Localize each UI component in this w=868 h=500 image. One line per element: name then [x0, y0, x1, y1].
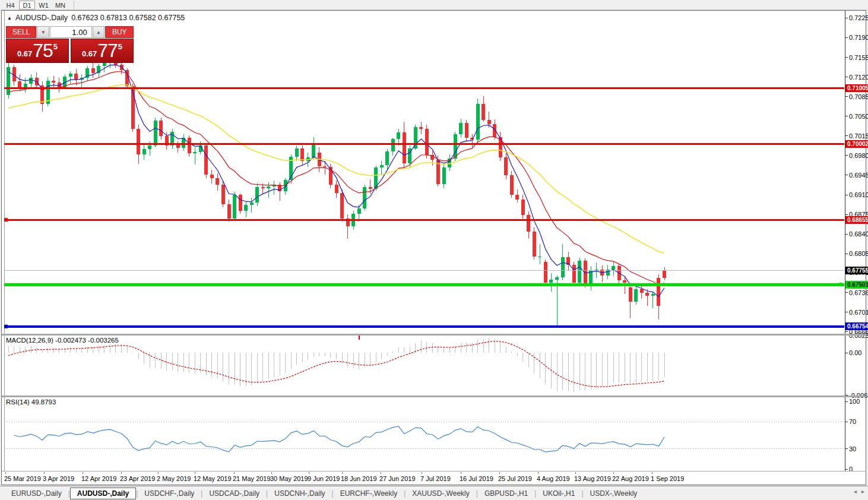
- chart-ohlc-values: 0.67623 0.67813 0.67582 0.67755: [71, 14, 185, 22]
- candle-body: [340, 193, 344, 219]
- collapse-arrow-icon[interactable]: ▲: [7, 15, 12, 21]
- price-axis-tick: 0.71200: [849, 74, 868, 81]
- candle-body: [459, 123, 462, 134]
- timeframe-button-d1[interactable]: D1: [19, 1, 35, 10]
- candle-body: [623, 280, 626, 283]
- candle-body: [549, 280, 553, 283]
- timeframe-button-h4[interactable]: H4: [2, 1, 18, 10]
- candle-body: [69, 74, 72, 77]
- chart-tab-ukoil[interactable]: UKOil-,H1: [536, 488, 581, 499]
- current-price-tag: 0.67755: [845, 267, 868, 274]
- chart-canvas[interactable]: [0, 0, 868, 500]
- price-axis-tick: 0.70500: [849, 113, 868, 120]
- time-axis-tick: [575, 472, 576, 474]
- candle-body: [561, 257, 565, 277]
- mt-terminal: H4D1W1MN ▲ AUDUSD-,Daily 0.67623 0.67813…: [0, 0, 868, 500]
- time-axis-tick: [234, 472, 235, 474]
- candle-body: [52, 81, 55, 83]
- volume-decrease-button[interactable]: ▼: [37, 26, 49, 38]
- panel-splitter[interactable]: [2, 334, 866, 336]
- main-chart-area[interactable]: [4, 57, 844, 328]
- chart-tab-xauusd[interactable]: XAUUSD-,Weekly: [406, 488, 476, 499]
- time-axis-tick: [121, 472, 122, 474]
- candle-body: [544, 262, 547, 282]
- candle-body: [465, 123, 468, 138]
- price-axis-tick: 0.67360: [849, 289, 868, 296]
- time-axis-tick: [195, 472, 195, 474]
- price-axis-tick: 0.71900: [849, 34, 868, 41]
- moving-average-line: [8, 85, 664, 253]
- volume-increase-button[interactable]: ▲: [93, 26, 105, 38]
- level-price-tag: 0.66754: [845, 322, 868, 330]
- candle-body: [159, 121, 163, 136]
- time-axis-label: 25 Mar 2019: [4, 475, 41, 482]
- sell-price-sup: 5: [53, 42, 58, 51]
- hline-handle[interactable]: [4, 218, 8, 221]
- candle-body: [148, 145, 151, 149]
- tab-scroll-left-icon[interactable]: ◂: [854, 488, 857, 495]
- candle-body: [29, 78, 33, 84]
- price-axis-tick: 0.69100: [849, 191, 868, 198]
- candle-body: [527, 215, 530, 231]
- candle-body: [312, 145, 315, 157]
- candle-body: [425, 129, 429, 155]
- rsi-panel[interactable]: [4, 422, 844, 452]
- chart-tab-usdcad[interactable]: USDCAD-,Daily: [202, 488, 266, 499]
- candle-body: [442, 167, 446, 184]
- candle-body: [323, 166, 327, 167]
- chart-tab-eurchf[interactable]: EURCHF-,Weekly: [334, 488, 404, 499]
- rsi-axis-tick: 30: [849, 445, 856, 452]
- sell-button[interactable]: SELL: [6, 26, 36, 38]
- candle-body: [7, 67, 10, 95]
- volume-input[interactable]: 1.00: [50, 26, 91, 38]
- buy-price-button[interactable]: 0.67 77 5: [71, 39, 134, 63]
- candle-body: [645, 293, 649, 296]
- time-axis-label: 3 Apr 2019: [43, 475, 74, 482]
- candle-body: [295, 148, 299, 157]
- rsi-axis-tick: 100: [849, 398, 860, 405]
- candle-body: [403, 132, 406, 163]
- chart-tab-eurusd[interactable]: EURUSD-,Daily: [5, 488, 68, 499]
- candle-body: [261, 187, 265, 188]
- timeframe-button-w1[interactable]: W1: [36, 1, 52, 10]
- candle-body: [391, 139, 395, 151]
- chart-tab-usdchf[interactable]: USDCHF-,Daily: [138, 488, 201, 499]
- chart-tab-audusd[interactable]: AUDUSD-,Daily: [70, 488, 136, 499]
- panel-splitter[interactable]: [2, 395, 866, 397]
- chart-title: ▲ AUDUSD-,Daily 0.67623 0.67813 0.67582 …: [7, 14, 185, 22]
- time-axis-label: 13 Aug 2019: [574, 475, 611, 482]
- candle-body: [233, 195, 236, 219]
- sell-price-button[interactable]: 0.67 75 5: [6, 39, 69, 63]
- toolbar-separator: [74, 1, 74, 10]
- price-axis-border: [845, 11, 845, 471]
- level-price-tag: 0.70002: [845, 140, 868, 148]
- time-axis-label: 16 Jul 2019: [460, 475, 493, 482]
- macd-panel[interactable]: [8, 338, 664, 392]
- time-axis-tick: [83, 472, 83, 474]
- price-axis-tick: 0.70850: [849, 93, 868, 100]
- time-axis-label: 27 Jun 2019: [379, 475, 416, 482]
- candle-body: [657, 278, 660, 306]
- candle-body: [595, 270, 598, 270]
- candle-body: [244, 205, 248, 210]
- time-axis-tick: [652, 472, 652, 474]
- price-axis-tick: 0.70150: [849, 132, 868, 140]
- buy-button[interactable]: BUY: [105, 26, 134, 38]
- candle-body: [357, 208, 361, 214]
- time-axis-label: 25 Jul 2019: [498, 475, 532, 482]
- chart-tab-usdx[interactable]: USDX-,Weekly: [584, 488, 644, 499]
- candle-body: [612, 266, 615, 270]
- hline-handle[interactable]: [839, 283, 842, 286]
- time-axis-label: 9 Jun 2019: [308, 475, 340, 482]
- time-axis[interactable]: 25 Mar 20193 Apr 201912 Apr 201923 Apr 2…: [2, 472, 845, 485]
- time-axis-label: 12 May 2019: [194, 475, 232, 482]
- candle-body: [267, 186, 270, 188]
- hline-handle[interactable]: [4, 325, 8, 328]
- time-axis-label: 18 Jun 2019: [341, 475, 377, 482]
- chart-tab-usdcnh[interactable]: USDCNH-,Daily: [268, 488, 331, 499]
- timeframe-button-mn[interactable]: MN: [52, 1, 68, 10]
- candle-body: [193, 152, 197, 153]
- chart-tab-gbpusd[interactable]: GBPUSD-,H1: [478, 488, 534, 499]
- tab-scroll-right-icon[interactable]: ▸: [861, 488, 864, 495]
- one-click-trading-widget: SELL ▼ 1.00 ▲ BUY 0.67 75 5 0.67 77 5: [6, 26, 134, 63]
